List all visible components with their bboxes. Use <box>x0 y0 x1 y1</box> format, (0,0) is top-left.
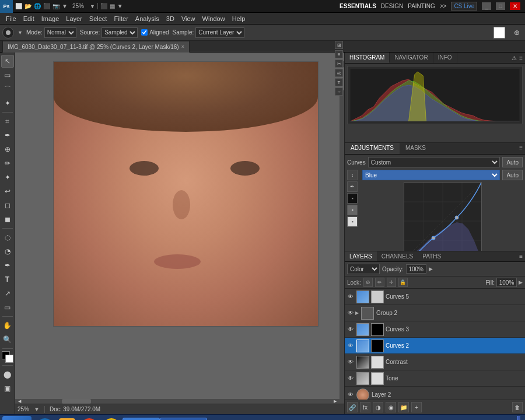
text-tool[interactable]: T <box>1 273 14 286</box>
menu-file[interactable]: File <box>2 13 20 24</box>
layer-eye-layer2[interactable]: 👁 <box>346 390 355 400</box>
channel-auto-btn[interactable]: Auto <box>502 170 523 180</box>
selection-tool[interactable]: ▭ <box>1 69 14 82</box>
zoom-arrow[interactable]: ▼ <box>34 406 40 412</box>
menu-help[interactable]: Help <box>229 13 249 24</box>
opacity-input[interactable] <box>406 264 426 274</box>
menu-analysis[interactable]: Analysis <box>132 13 163 24</box>
layer-eye-tone[interactable]: 👁 <box>346 374 355 383</box>
menu-3d[interactable]: 3D <box>163 13 178 24</box>
layers-tab[interactable]: LAYERS <box>345 251 377 261</box>
taskbar-ps-item[interactable]: Ps Photoshop <box>160 418 207 421</box>
lock-pixels-btn[interactable]: ✏ <box>375 278 384 287</box>
taskbar-chrome-icon[interactable]: 🌐 <box>101 416 122 421</box>
histogram-warning-icon[interactable]: ⚠ <box>512 55 517 61</box>
curve-sample-shadow[interactable]: ▪ <box>347 193 358 204</box>
brush-size-arrow[interactable]: ▼ <box>18 30 23 36</box>
cs-live-button[interactable]: CS Live <box>451 2 477 10</box>
blur-tool[interactable]: ◌ <box>1 231 14 244</box>
layer-effects-btn[interactable]: fx <box>360 402 370 412</box>
layer-eye-curves5[interactable]: 👁 <box>346 292 355 302</box>
layer-item-curves2[interactable]: 👁 Curves 2 <box>345 338 525 354</box>
layer-group-btn[interactable]: 📁 <box>398 402 409 412</box>
history-brush-tool[interactable]: ↩ <box>1 185 14 198</box>
file-tab-item[interactable]: IMG_6030_Date30_07_11-3.tif @ 25% (Curve… <box>2 41 190 52</box>
curve-point-1[interactable] <box>432 236 435 240</box>
extras-icon2[interactable]: ▼ <box>117 3 123 9</box>
arrange-icon[interactable]: ⬛ <box>100 3 107 9</box>
opacity-arrow[interactable]: ▶ <box>429 266 433 272</box>
curves-preset-dropdown[interactable]: Custom <box>368 157 501 167</box>
lock-all-btn[interactable]: 🔒 <box>398 278 408 287</box>
histogram-options-icon[interactable]: ≡ <box>519 55 523 61</box>
spot-healing-tool[interactable]: ⊕ <box>1 143 14 156</box>
canvas-image[interactable] <box>53 61 318 327</box>
lock-transparent-btn[interactable]: ⊘ <box>363 278 373 287</box>
layer-eye-group2[interactable]: 👁 <box>346 309 355 318</box>
layer-item-layer2[interactable]: 👁 Layer 2 <box>345 387 525 400</box>
layer-adj-btn[interactable]: ◉ <box>386 402 396 412</box>
move-tool[interactable]: ↖ <box>1 55 14 68</box>
quick-select-tool[interactable]: ✦ <box>1 97 14 110</box>
browse-icon[interactable]: 🌐 <box>34 3 41 9</box>
taskbar-ie-icon[interactable]: e <box>34 416 55 421</box>
layer-eye-contrast[interactable]: 👁 <box>346 358 355 367</box>
curve-sample-midtone[interactable]: ▪ <box>347 205 358 215</box>
layer-item-curves3[interactable]: 👁 Curves 3 <box>345 321 525 338</box>
minimize-button[interactable]: _ <box>482 2 491 10</box>
screen-mode-btn[interactable]: ▣ <box>1 382 14 395</box>
color-box[interactable] <box>2 351 13 363</box>
extras-icon[interactable]: ▼ <box>62 3 68 9</box>
new-icon[interactable]: ⬜ <box>15 3 22 9</box>
curve-sample-highlight[interactable]: ▪ <box>347 216 358 227</box>
source-dropdown[interactable]: Sampled <box>102 27 138 38</box>
zoom-dropdown-arrow[interactable]: ▼ <box>90 4 95 9</box>
aligned-checkbox[interactable] <box>141 29 148 36</box>
clone-stamp-icon[interactable]: ⊕ <box>511 27 523 38</box>
scroll-left-arrow[interactable]: ◀ <box>15 399 24 404</box>
scroll-right-arrow[interactable]: ▶ <box>331 399 340 404</box>
group-arrow-group2[interactable]: ▶ <box>355 310 359 316</box>
horizontal-scrollbar[interactable] <box>15 399 340 404</box>
layout-icon[interactable]: ▦ <box>110 3 115 9</box>
masks-tab[interactable]: MASKS <box>400 143 432 154</box>
taskbar-explorer-icon[interactable]: 📁 <box>57 416 78 421</box>
canvas-area[interactable]: ◀ ▶ 25% ▼ Doc: 39.0M/272.0M <box>15 52 344 414</box>
h-scroll-thumb[interactable] <box>62 399 91 404</box>
clone-stamp-tool[interactable]: ✦ <box>1 171 14 184</box>
close-button[interactable]: ✕ <box>510 2 520 10</box>
menu-image[interactable]: Image <box>38 13 63 24</box>
open-icon[interactable]: 📂 <box>24 3 32 9</box>
eyedropper-tool[interactable]: ✒ <box>1 129 14 142</box>
panel-ctrl-4[interactable]: ◎ <box>335 69 343 77</box>
channel-dropdown[interactable]: Blue Red Green RGB <box>362 170 500 180</box>
taskbar-bridge-item[interactable]: Ai Bridge <box>123 418 160 421</box>
layer-link-btn[interactable]: 🔗 <box>347 402 358 412</box>
tray-show-desktop[interactable] <box>517 416 520 421</box>
hand-tool[interactable]: ✋ <box>1 319 14 332</box>
essentials-button[interactable]: ESSENTIALS <box>340 3 376 9</box>
maximize-button[interactable]: □ <box>496 2 505 10</box>
curves-graph[interactable] <box>404 182 482 251</box>
blend-mode-dropdown[interactable]: Color Normal Multiply <box>347 264 380 274</box>
zoom-tool[interactable]: 🔍 <box>1 333 14 346</box>
paths-tab[interactable]: PATHS <box>418 251 446 261</box>
pen-tool[interactable]: ✒ <box>1 259 14 272</box>
start-button[interactable]: ⊞ <box>2 416 32 421</box>
lock-position-btn[interactable]: ✛ <box>387 278 396 287</box>
layer-item-curves5[interactable]: 👁 Curves 5 <box>345 289 525 305</box>
fill-arrow[interactable]: ▶ <box>519 279 523 285</box>
design-button[interactable]: DESIGN <box>381 3 403 9</box>
adjustments-options[interactable]: ≡ <box>517 143 525 154</box>
gradient-tool[interactable]: ◼ <box>1 213 14 226</box>
quick-mask-btn[interactable]: ⬤ <box>1 368 14 381</box>
vertical-scrollbar[interactable] <box>340 61 344 404</box>
curve-point-2[interactable] <box>455 216 459 219</box>
menu-filter[interactable]: Filter <box>110 13 131 24</box>
panel-ctrl-1[interactable]: ⊞ <box>335 41 343 49</box>
panel-ctrl-3[interactable]: ✂ <box>335 60 343 68</box>
brush-tool[interactable]: ✏ <box>1 157 14 170</box>
layer-eye-curves2[interactable]: 👁 <box>346 341 355 351</box>
camera-icon[interactable]: 📷 <box>52 3 60 9</box>
channels-tab[interactable]: CHANNELS <box>377 251 418 261</box>
